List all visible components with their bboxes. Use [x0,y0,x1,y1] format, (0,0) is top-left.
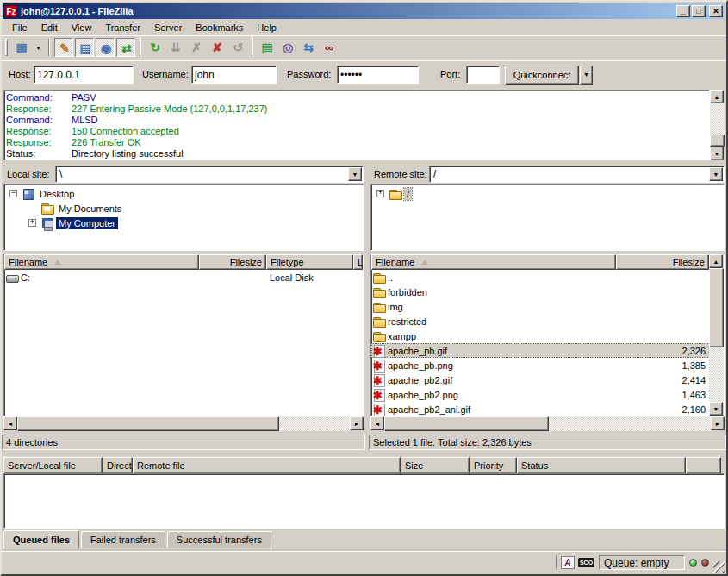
menu-item-help[interactable]: Help [250,21,283,34]
scroll-down-icon[interactable]: ▼ [709,402,723,416]
directory-comparison-icon[interactable]: ◎ [278,38,297,57]
resize-grip[interactable] [713,561,725,573]
synchronized-browsing-icon[interactable]: ⇆ [299,38,318,57]
minimize-button[interactable]: _ [676,5,690,17]
quickconnect-button[interactable]: Quickconnect [505,66,579,85]
file-row[interactable]: apache_pb2_ani.gif2,160 [371,402,724,416]
file-row[interactable]: restricted [371,314,724,329]
toolbar-grip[interactable] [5,39,8,56]
menu-item-view[interactable]: View [65,21,99,34]
column-header-Size[interactable]: Size [401,457,470,473]
cancel-operation-icon[interactable]: ✗ [187,38,206,57]
column-header-Filename[interactable]: Filename [371,254,616,270]
file-row[interactable]: apache_pb2.gif2,414 [371,373,724,387]
image-icon [372,373,386,387]
reconnect-icon[interactable]: ↺ [228,38,247,57]
site-manager-icon[interactable]: ▦ [12,38,31,57]
file-row[interactable]: forbidden [371,285,724,299]
log-scroll-thumb[interactable] [710,135,725,147]
column-header-Server/Local file[interactable]: Server/Local file [3,457,103,473]
tree-item[interactable]: +/ [371,186,724,201]
remote-vscroll-thumb[interactable] [709,268,724,347]
tree-item[interactable]: −Desktop [4,186,363,201]
column-header-label: Priority [474,460,503,471]
scroll-up-icon[interactable]: ▲ [710,90,724,103]
column-header-Filesize[interactable]: Filesize [616,254,709,270]
directory-listing-filters-icon[interactable]: ▤ [258,38,277,57]
toggle-remote-tree-icon[interactable]: ◉ [96,38,115,57]
maximize-button[interactable]: □ [692,5,706,17]
drive-icon [5,271,19,285]
column-header-blank[interactable] [686,457,721,473]
file-row[interactable]: apache_pb2.png1,463 [371,387,724,402]
status-indicator-badge-icon[interactable]: SCO [578,558,594,567]
close-button[interactable]: ✕ [709,5,723,17]
column-header-Priority[interactable]: Priority [470,457,517,473]
tree-expander-icon[interactable]: + [376,190,384,197]
process-queue-icon[interactable]: ⇊ [166,38,185,57]
column-header-Status[interactable]: Status [517,457,686,473]
toggle-transfer-queue-icon[interactable]: ⇄ [116,38,135,57]
menu-item-server[interactable]: Server [147,21,189,34]
column-header-Filesize[interactable]: Filesize [199,254,266,270]
log-scrollbar[interactable]: ▲ ▼ [710,90,725,160]
remote-site-dropdown-icon[interactable]: ▼ [709,167,723,181]
local-hscroll-thumb[interactable] [17,416,279,431]
toggle-message-log-icon[interactable]: ✎ [54,38,73,57]
file-row[interactable]: apache_pb.gif2,326 [371,343,724,358]
column-header-Filetype[interactable]: Filetype [266,254,353,270]
scroll-right-icon[interactable]: ► [711,416,725,430]
remote-hscrollbar[interactable]: ◄ ► [370,416,725,431]
title-bar[interactable]: Fz john@127.0.0.1 - FileZilla _ □ ✕ [3,3,725,19]
file-row[interactable]: .. [371,270,724,285]
quickconnect-dropdown-icon[interactable]: ▼ [580,66,593,85]
tree-item-label[interactable]: Desktop [37,188,77,200]
scroll-up-icon[interactable]: ▲ [709,254,723,268]
toggle-local-tree-icon[interactable]: ▤ [75,38,94,57]
tab-failed-transfers[interactable]: Failed transfers [81,531,165,548]
menu-item-edit[interactable]: Edit [34,21,65,34]
menu-item-file[interactable]: File [5,21,34,34]
local-hscrollbar[interactable]: ◄ ► [3,416,364,431]
data-type-indicator-icon[interactable]: A [561,556,575,569]
log-line-text: 150 Connection accepted [72,126,179,136]
file-row[interactable]: C:Local Disk [4,270,363,285]
tab-queued-files[interactable]: Queued files [3,530,79,549]
tab-successful-transfers[interactable]: Successful transfers [167,531,271,548]
file-search-icon[interactable]: ∞ [320,38,339,57]
local-site-combo[interactable]: \ ▼ [55,166,364,183]
menu-item-transfer[interactable]: Transfer [98,21,147,34]
menu-item-bookmarks[interactable]: Bookmarks [189,21,250,34]
host-input[interactable] [34,66,134,84]
remote-hscroll-thumb[interactable] [384,416,549,431]
column-header-Directi...[interactable]: Directi... [103,457,133,473]
port-input[interactable] [466,66,500,84]
tree-expander-icon[interactable]: − [9,190,17,197]
file-row[interactable]: img [371,299,724,314]
column-header-Remote file[interactable]: Remote file [133,457,401,473]
file-row[interactable]: xampp [371,329,724,343]
remote-vscrollbar[interactable]: ▲ ▼ [709,254,724,416]
tree-item-label[interactable]: / [404,188,412,200]
scroll-left-icon[interactable]: ◄ [3,416,17,430]
password-input[interactable] [337,66,419,84]
tree-item[interactable]: +My Computer [4,216,363,230]
site-manager-dropdown-icon[interactable]: ▼ [33,38,44,57]
tree-item-label[interactable]: My Computer [56,217,118,229]
refresh-icon[interactable]: ↻ [146,38,165,57]
scroll-right-icon[interactable]: ► [350,416,364,430]
tree-item[interactable]: My Documents [4,201,363,216]
scroll-left-icon[interactable]: ◄ [370,416,384,430]
column-header-L[interactable]: L [353,254,363,270]
docs-icon [40,202,54,216]
scroll-down-icon[interactable]: ▼ [710,147,724,160]
local-site-dropdown-icon[interactable]: ▼ [348,167,362,181]
column-header-Filename[interactable]: Filename [4,254,199,270]
tree-expander-icon[interactable]: + [28,219,36,227]
disconnect-icon[interactable]: ✘ [208,38,227,57]
local-site-value: \ [59,168,62,180]
remote-site-combo[interactable]: / ▼ [429,166,725,183]
file-row[interactable]: apache_pb.png1,385 [371,358,724,373]
tree-item-label[interactable]: My Documents [56,203,124,215]
username-input[interactable] [191,66,277,84]
